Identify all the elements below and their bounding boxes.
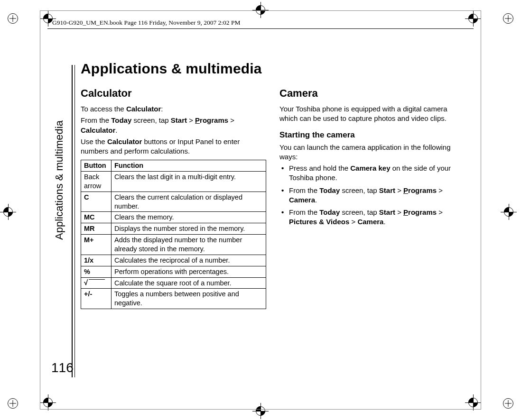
registration-mark-icon (501, 204, 517, 220)
body-text: Use the Calculator buttons or Input Pane… (81, 137, 266, 156)
table-cell-function: Calculates the reciprocal of a number. (112, 255, 266, 266)
registration-mark-icon (0, 204, 16, 220)
table-cell-button: MR (81, 223, 112, 235)
table-row: CClears the current calculation or displ… (81, 192, 266, 212)
section-heading-camera: Camera (279, 87, 465, 100)
list-item: Press and hold the Camera key on the sid… (279, 164, 465, 183)
table-row: 1/xCalculates the reciprocal of a number… (81, 255, 266, 266)
table-cell-function: Clears the memory. (112, 212, 266, 223)
list-item: From the Today screen, tap Start > Progr… (279, 186, 465, 205)
crop-mark-circle-icon (8, 398, 18, 409)
body-text: From the Today screen, tap Start > Progr… (81, 116, 266, 135)
table-cell-button: M+ (81, 235, 112, 255)
crop-mark-circle-icon (8, 13, 18, 24)
body-text: To access the Calculator: (81, 104, 266, 114)
camera-launch-list: Press and hold the Camera key on the sid… (279, 164, 465, 227)
chapter-title: Applications & multimedia (81, 61, 465, 77)
table-row: Back arrowClears the last digit in a mul… (81, 172, 266, 192)
sidebar-rule (72, 65, 73, 377)
table-cell-button: % (81, 266, 112, 277)
subsection-heading-starting-camera: Starting the camera (279, 130, 465, 140)
table-row: Calculate the square root of a number. (81, 277, 266, 289)
table-cell-button: Back arrow (81, 172, 112, 192)
table-cell-button: MC (81, 212, 112, 223)
body-text: Your Toshiba phone is equipped with a di… (279, 104, 465, 124)
crop-mark-circle-icon (503, 13, 513, 24)
table-cell-button: +/- (81, 289, 112, 309)
table-cell-button (81, 277, 112, 289)
table-row: MRDisplays the number stored in the memo… (81, 223, 266, 235)
table-cell-function: Clears the last digit in a multi-digit e… (112, 172, 266, 192)
list-item: From the Today screen, tap Start > Progr… (279, 208, 465, 227)
table-row: MCClears the memory. (81, 212, 266, 223)
running-header: G910-G920_UM_EN.book Page 116 Friday, No… (52, 19, 240, 27)
table-row: +/-Toggles a numbers between positive an… (81, 289, 266, 309)
table-cell-button: 1/x (81, 255, 112, 266)
crop-mark-circle-icon (503, 398, 513, 409)
table-cell-function: Displays the number stored in the memory… (112, 223, 266, 235)
calculator-buttons-table: Button Function Back arrowClears the las… (81, 160, 266, 309)
table-cell-function: Toggles a numbers between positive and n… (112, 289, 266, 309)
sidebar-section-label: Applications & multimedia (53, 126, 65, 240)
square-root-icon (84, 279, 105, 285)
table-cell-button: C (81, 192, 112, 212)
table-header-button: Button (81, 160, 112, 172)
page-number: 116 (51, 360, 74, 375)
sidebar-rule (74, 65, 75, 377)
table-row: M+Adds the displayed number to the numbe… (81, 235, 266, 255)
section-heading-calculator: Calculator (81, 87, 266, 100)
left-column: Calculator To access the Calculator: Fro… (81, 87, 266, 309)
table-cell-function: Adds the displayed number to the number … (112, 235, 266, 255)
right-column: Camera Your Toshiba phone is equipped wi… (279, 87, 465, 309)
table-row: %Perform operations with percentages. (81, 266, 266, 277)
table-cell-function: Clears the current calculation or displa… (112, 192, 266, 212)
table-cell-function: Perform operations with percentages. (112, 266, 266, 277)
table-cell-function: Calculate the square root of a number. (112, 277, 266, 289)
table-header-function: Function (112, 160, 266, 172)
content-area: Applications & multimedia Calculator To … (81, 61, 465, 309)
body-text: You can launch the camera application in… (279, 143, 465, 162)
header-rule (47, 28, 474, 29)
